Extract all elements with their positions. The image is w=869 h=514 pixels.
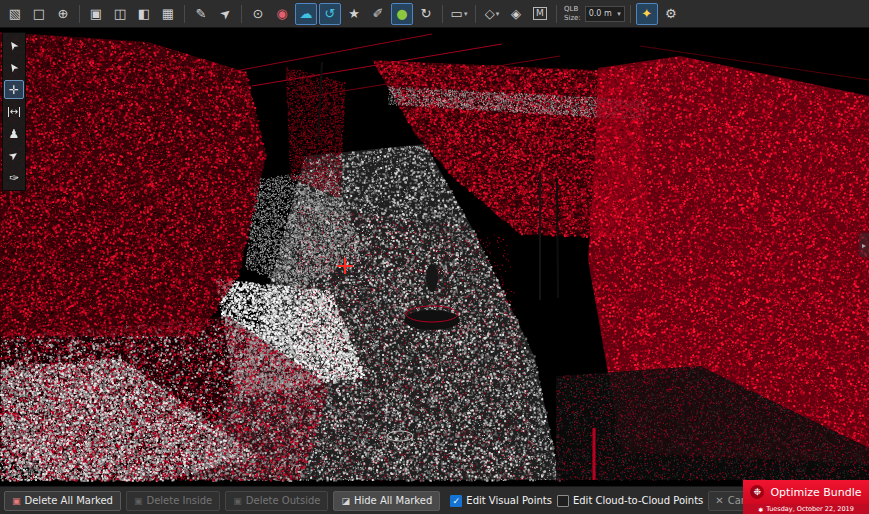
delete-all-marked-icon: ▣ bbox=[12, 496, 21, 506]
delete-inside-label: Delete Inside bbox=[146, 495, 212, 506]
bundle-icon: ❉ bbox=[750, 485, 764, 499]
edit-c2c-points-checkbox[interactable] bbox=[557, 495, 569, 507]
mark-region-icon[interactable]: ▧ bbox=[4, 3, 26, 25]
cloud-link-icon[interactable]: ◈ bbox=[505, 3, 527, 25]
optimize-bundle-button[interactable]: ❉ Optimize Bundle bbox=[743, 480, 869, 504]
delete-all-marked-label: Delete All Marked bbox=[25, 495, 113, 506]
top-toolbar: ▧□⊕▣◫◧▦✎➤⊙◉☁↺★✐●↻▭▾◇▾◈MQLBSize:0.0 m▾✦⚙ bbox=[0, 0, 869, 28]
scanner-icon[interactable]: ⚙ bbox=[660, 3, 682, 25]
toolbar-separator bbox=[475, 5, 476, 23]
hide-all-marked-button[interactable]: ◪ Hide All Marked bbox=[333, 491, 440, 511]
delete-inside-button[interactable]: ▣ Delete Inside bbox=[126, 491, 220, 511]
cancel-icon: ✕ bbox=[715, 495, 723, 506]
optimize-bundle-label: Optimize Bundle bbox=[770, 486, 861, 499]
hide-all-marked-icon: ◪ bbox=[341, 496, 350, 506]
measure-distance-icon[interactable]: ↔ bbox=[4, 102, 24, 121]
edit-c2c-points-label: Edit Cloud-to-Cloud Points bbox=[573, 495, 703, 506]
annotate-pen-icon[interactable]: ✐ bbox=[367, 3, 389, 25]
person-view-icon[interactable]: ♟ bbox=[4, 124, 24, 143]
pick-arrow-icon[interactable]: ➤ bbox=[214, 3, 236, 25]
delete-outside-icon: ▣ bbox=[233, 496, 242, 506]
date-strip: ✱ Tuesday, October 22, 2019 bbox=[743, 504, 869, 514]
view-mode-dropdown[interactable]: ▭▾ bbox=[448, 3, 470, 25]
qlb-size-dropdown[interactable]: 0.0 m▾ bbox=[585, 6, 625, 22]
fly-navigate-icon[interactable]: ➤ bbox=[4, 146, 24, 165]
toolbar-separator bbox=[241, 5, 242, 23]
star-icon[interactable]: ★ bbox=[343, 3, 365, 25]
rotate-view-icon[interactable]: ↻ bbox=[415, 3, 437, 25]
left-toolbar: ➤➤✛↔♟➤✑ bbox=[2, 32, 26, 191]
toolbar-separator bbox=[184, 5, 185, 23]
window-select-icon[interactable]: □ bbox=[28, 3, 50, 25]
draw-circle-icon[interactable]: ◉ bbox=[271, 3, 293, 25]
delete-outside-button[interactable]: ▣ Delete Outside bbox=[225, 491, 328, 511]
qlb-size-label: QLBSize: bbox=[564, 5, 581, 23]
pan-tool-icon[interactable]: ✛ bbox=[4, 80, 24, 99]
point-cloud-viewport[interactable]: ➤➤✛↔♟➤✑ ▸ bbox=[0, 28, 869, 486]
screenshot-camera-icon[interactable]: ▣ bbox=[85, 3, 107, 25]
split-view-icon[interactable]: ◫ bbox=[109, 3, 131, 25]
scan-cube-dropdown[interactable]: ◇▾ bbox=[481, 3, 503, 25]
edit-visual-points-checkbox[interactable] bbox=[450, 495, 462, 507]
edit-c2c-points-option[interactable]: Edit Cloud-to-Cloud Points bbox=[557, 495, 703, 507]
app-window: ▧□⊕▣◫◧▦✎➤⊙◉☁↺★✐●↻▭▾◇▾◈MQLBSize:0.0 m▾✦⚙ … bbox=[0, 0, 869, 514]
point-cloud-icon[interactable]: ☁ bbox=[295, 3, 317, 25]
toolbar-separator bbox=[630, 5, 631, 23]
quad-view-icon[interactable]: ▦ bbox=[157, 3, 179, 25]
globe-view-icon[interactable]: ⊙ bbox=[247, 3, 269, 25]
optimize-bundle-area: ❉ Optimize Bundle ✱ Tuesday, October 22,… bbox=[743, 480, 869, 514]
hide-all-marked-label: Hide All Marked bbox=[354, 495, 432, 506]
toolbar-separator bbox=[79, 5, 80, 23]
paint-select-icon[interactable]: ✑ bbox=[4, 168, 24, 187]
mark-cursor-icon[interactable]: ➤ bbox=[4, 58, 24, 77]
toolbar-separator bbox=[442, 5, 443, 23]
zoom-area-icon[interactable]: ⊕ bbox=[52, 3, 74, 25]
delete-all-marked-button[interactable]: ▣ Delete All Marked bbox=[4, 491, 121, 511]
toolbar-separator bbox=[556, 5, 557, 23]
mesh-m-icon[interactable]: M bbox=[529, 3, 551, 25]
select-cursor-icon[interactable]: ➤ bbox=[4, 36, 24, 55]
panel-expand-arrow[interactable]: ▸ bbox=[859, 233, 869, 257]
edit-visual-points-label: Edit Visual Points bbox=[466, 495, 552, 506]
snowflake-icon: ✱ bbox=[758, 506, 763, 513]
sync-view-icon[interactable]: ↺ bbox=[319, 3, 341, 25]
edit-visual-points-option[interactable]: Edit Visual Points bbox=[450, 495, 552, 507]
point-cloud-canvas[interactable] bbox=[0, 28, 869, 486]
delete-inside-icon: ▣ bbox=[134, 496, 143, 506]
bottom-bar: ▣ Delete All Marked ▣ Delete Inside ▣ De… bbox=[0, 486, 869, 514]
location-pin-icon[interactable]: ● bbox=[391, 3, 413, 25]
marker-pen-icon[interactable]: ✎ bbox=[190, 3, 212, 25]
spotlight-icon[interactable]: ✦ bbox=[636, 3, 658, 25]
layout-view-icon[interactable]: ◧ bbox=[133, 3, 155, 25]
delete-outside-label: Delete Outside bbox=[246, 495, 321, 506]
date-label: Tuesday, October 22, 2019 bbox=[766, 505, 854, 513]
